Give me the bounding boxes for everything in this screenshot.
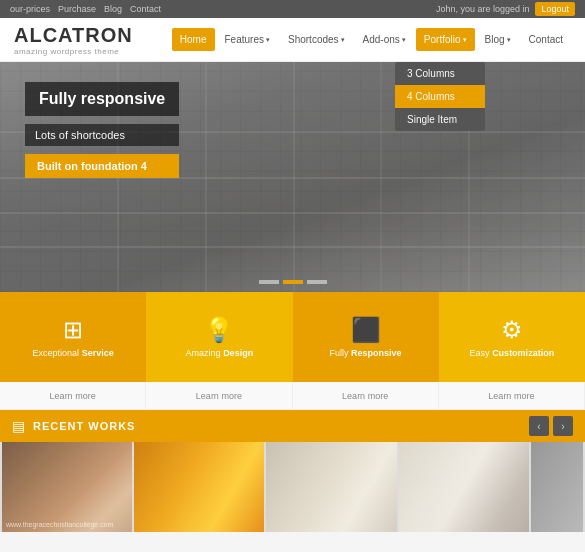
feature-customization[interactable]: ⚙ Easy Customization xyxy=(439,292,585,382)
top-bar-auth: John, you are logged in Logout xyxy=(436,2,575,16)
chevron-down-icon: ▾ xyxy=(507,36,511,44)
nav-item-contact[interactable]: Contact xyxy=(521,28,571,51)
recent-works-prev[interactable]: ‹ xyxy=(529,416,549,436)
topbar-link-prices[interactable]: our-prices xyxy=(10,4,50,14)
topbar-link-contact[interactable]: Contact xyxy=(130,4,161,14)
learn-more-row: Learn more Learn more Learn more Learn m… xyxy=(0,382,585,410)
logo-area: ALCATRON amazing wordpress theme xyxy=(14,24,133,56)
hero-content: Fully responsive Lots of shortcodes Buil… xyxy=(25,82,179,178)
hero-cta[interactable]: Built on foundation 4 xyxy=(25,154,179,178)
nav-item-addons[interactable]: Add-ons ▾ xyxy=(355,28,414,51)
slider-dot-active[interactable] xyxy=(283,280,303,284)
logout-button[interactable]: Logout xyxy=(535,2,575,16)
top-bar: our-prices Purchase Blog Contact John, y… xyxy=(0,0,585,18)
feature-customization-label: Easy Customization xyxy=(470,348,555,358)
design-icon: 💡 xyxy=(204,316,234,344)
nav-item-features[interactable]: Features ▾ xyxy=(217,28,278,51)
nav-item-shortcodes[interactable]: Shortcodes ▾ xyxy=(280,28,353,51)
slider-dot[interactable] xyxy=(307,280,327,284)
learn-more-customization[interactable]: Learn more xyxy=(439,382,585,409)
recent-works-next[interactable]: › xyxy=(553,416,573,436)
feature-responsive[interactable]: ⬛ Fully Responsive xyxy=(293,292,439,382)
feature-design-label: Amazing Design xyxy=(186,348,254,358)
nav-item-portfolio[interactable]: Portfolio ▾ xyxy=(416,28,475,51)
thumb-detail-3 xyxy=(266,442,396,532)
main-nav: Home Features ▾ Shortcodes ▾ Add-ons ▾ P… xyxy=(172,28,571,51)
nav-item-home[interactable]: Home xyxy=(172,28,215,51)
recent-works-nav: ‹ › xyxy=(529,416,573,436)
header: ALCATRON amazing wordpress theme Home Fe… xyxy=(0,18,585,62)
logo-subtitle: amazing wordpress theme xyxy=(14,47,133,56)
thumb-detail-1 xyxy=(2,442,132,532)
nav-item-blog[interactable]: Blog ▾ xyxy=(477,28,519,51)
logo: ALCATRON xyxy=(14,24,133,47)
top-bar-links: our-prices Purchase Blog Contact xyxy=(10,4,161,14)
slider-dot[interactable] xyxy=(259,280,279,284)
dropdown-item-3col[interactable]: 3 Columns xyxy=(395,62,485,85)
recent-works-header: ▤ RECENT WORKS ‹ › xyxy=(0,410,585,442)
thumb-detail-4 xyxy=(399,442,529,532)
learn-more-design[interactable]: Learn more xyxy=(146,382,292,409)
topbar-link-blog[interactable]: Blog xyxy=(104,4,122,14)
thumbnail-4[interactable] xyxy=(399,442,529,532)
recent-works-left: ▤ RECENT WORKS xyxy=(12,418,135,434)
hero-section: Fully responsive Lots of shortcodes Buil… xyxy=(0,62,585,292)
thumbnails-row: www.thegracechristiancollege.com xyxy=(0,442,585,532)
service-icon: ⊞ xyxy=(63,316,83,344)
chevron-down-icon: ▾ xyxy=(463,36,467,44)
portfolio-dropdown: 3 Columns 4 Columns Single Item xyxy=(395,62,485,131)
responsive-icon: ⬛ xyxy=(351,316,381,344)
recent-works-icon: ▤ xyxy=(12,418,25,434)
features-row: ⊞ Exceptional Service 💡 Amazing Design ⬛… xyxy=(0,292,585,382)
login-status: John, you are logged in xyxy=(436,4,530,14)
feature-service[interactable]: ⊞ Exceptional Service xyxy=(0,292,146,382)
hero-subtitle: Lots of shortcodes xyxy=(25,124,179,146)
dropdown-item-single[interactable]: Single Item xyxy=(395,108,485,131)
topbar-link-purchase[interactable]: Purchase xyxy=(58,4,96,14)
chevron-down-icon: ▾ xyxy=(341,36,345,44)
thumbnail-2[interactable] xyxy=(134,442,264,532)
thumb-watermark: www.thegracechristiancollege.com xyxy=(6,521,113,528)
learn-more-service[interactable]: Learn more xyxy=(0,382,146,409)
thumb-detail-5 xyxy=(531,442,583,532)
chevron-down-icon: ▾ xyxy=(402,36,406,44)
dropdown-item-4col[interactable]: 4 Columns xyxy=(395,85,485,108)
thumbnail-3[interactable] xyxy=(266,442,396,532)
thumb-detail-2 xyxy=(134,442,264,532)
slider-dots xyxy=(259,280,327,284)
hero-title: Fully responsive xyxy=(25,82,179,116)
feature-responsive-label: Fully Responsive xyxy=(330,348,402,358)
recent-works-title: RECENT WORKS xyxy=(33,420,135,432)
feature-design[interactable]: 💡 Amazing Design xyxy=(146,292,292,382)
learn-more-responsive[interactable]: Learn more xyxy=(293,382,439,409)
feature-service-label: Exceptional Service xyxy=(33,348,114,358)
thumbnail-5-partial[interactable] xyxy=(531,442,583,532)
chevron-down-icon: ▾ xyxy=(266,36,270,44)
thumbnail-1[interactable]: www.thegracechristiancollege.com xyxy=(2,442,132,532)
customization-icon: ⚙ xyxy=(501,316,523,344)
